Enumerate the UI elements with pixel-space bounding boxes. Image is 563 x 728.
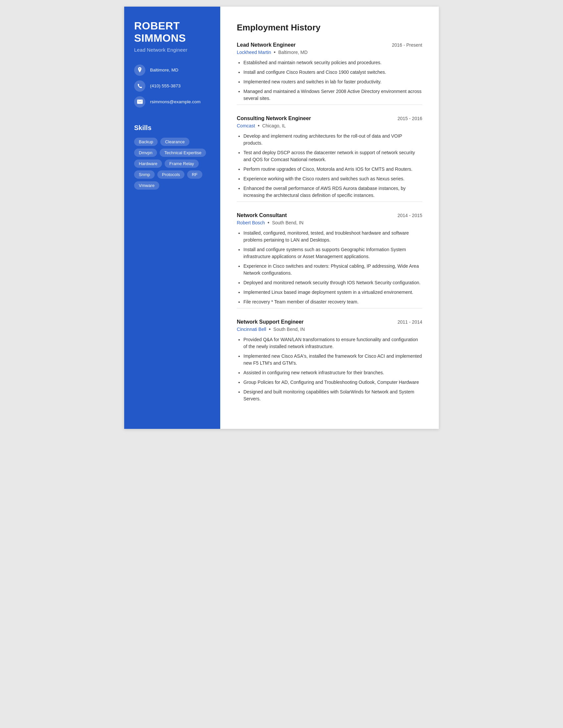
location-text: Baltimore, MD bbox=[150, 68, 178, 72]
job-header: Lead Network Engineer2016 - Present bbox=[237, 42, 422, 48]
job-location: South Bend, IN bbox=[273, 327, 305, 332]
job-bullets-list: Provided Q&A for WAN/LAN transformations… bbox=[237, 336, 422, 402]
email-icon bbox=[134, 96, 145, 108]
job-dates: 2014 - 2015 bbox=[398, 213, 422, 218]
employment-section-title: Employment History bbox=[237, 23, 422, 33]
contact-email: rsimmons@example.com bbox=[134, 96, 210, 108]
job-bullet-item: Perform routine upgrades of Cisco, Motor… bbox=[243, 166, 422, 173]
job-header: Network Support Engineer2011 - 2014 bbox=[237, 319, 422, 325]
phone-text: (410) 555-3873 bbox=[150, 83, 180, 88]
job-header: Consulting Network Engineer2015 - 2016 bbox=[237, 115, 422, 121]
job-bullet-item: Experience in Cisco switches and routers… bbox=[243, 263, 422, 277]
job-title: Lead Network Engineer bbox=[237, 42, 296, 48]
resume-container: ROBERT SIMMONS Lead Network Engineer Bal… bbox=[124, 7, 439, 429]
job-meta: Cincinnati Bell•South Bend, IN bbox=[237, 326, 422, 332]
job-bullets-list: Installed, configured, monitored, tested… bbox=[237, 230, 422, 305]
job-meta: Robert Bosch•South Bend, IN bbox=[237, 220, 422, 226]
candidate-title: Lead Network Engineer bbox=[134, 47, 210, 53]
phone-icon bbox=[134, 80, 145, 92]
job-bullet-item: File recovery * Team member of disaster … bbox=[243, 298, 422, 305]
job-bullet-item: Assisted in configuring new network infr… bbox=[243, 369, 422, 376]
skills-tags: BackupClearanceDmvpnTechnical ExpertiseH… bbox=[134, 138, 210, 190]
job-entry: Lead Network Engineer2016 - PresentLockh… bbox=[237, 42, 422, 105]
job-bullet-item: Implemented Linux based image deployment… bbox=[243, 289, 422, 296]
job-dates: 2016 - Present bbox=[392, 42, 422, 48]
skill-tag: Snmp bbox=[134, 170, 155, 179]
job-bullet-item: Installed, configured, monitored, tested… bbox=[243, 230, 422, 244]
job-title: Consulting Network Engineer bbox=[237, 115, 311, 121]
job-bullet-item: Develop and implement routing architectu… bbox=[243, 133, 422, 147]
sidebar: ROBERT SIMMONS Lead Network Engineer Bal… bbox=[124, 7, 220, 429]
job-meta: Lockheed Martin•Baltimore, MD bbox=[237, 49, 422, 55]
job-bullet-item: Install and configure systems such as su… bbox=[243, 246, 422, 260]
skills-title: Skills bbox=[134, 124, 210, 132]
job-divider bbox=[237, 202, 422, 202]
skill-tag: Backup bbox=[134, 138, 158, 146]
job-divider bbox=[237, 308, 422, 308]
contact-list: Baltimore, MD (410) 555-3873 rsimmons@ex… bbox=[134, 65, 210, 108]
job-bullets-list: Established and maintain network securit… bbox=[237, 59, 422, 102]
job-bullet-item: Implemented new routers and switches in … bbox=[243, 78, 422, 85]
job-company: Robert Bosch bbox=[237, 220, 265, 225]
skills-section: Skills BackupClearanceDmvpnTechnical Exp… bbox=[134, 124, 210, 190]
job-bullet-item: Install and configure Cisco Routers and … bbox=[243, 69, 422, 76]
job-entry: Network Consultant2014 - 2015Robert Bosc… bbox=[237, 212, 422, 308]
job-bullet-item: Established and maintain network securit… bbox=[243, 59, 422, 66]
job-meta: Comcast•Chicago, IL bbox=[237, 123, 422, 129]
contact-phone: (410) 555-3873 bbox=[134, 80, 210, 92]
job-bullet-item: Group Policies for AD, Configuring and T… bbox=[243, 379, 422, 386]
job-title: Network Consultant bbox=[237, 212, 287, 218]
job-bullet-item: Managed and maintained a Windows Server … bbox=[243, 88, 422, 102]
job-company: Comcast bbox=[237, 123, 255, 128]
job-bullet-item: Enhanced the overall performance of AWS … bbox=[243, 185, 422, 199]
job-bullet-item: Implemented new Cisco ASA's, installed t… bbox=[243, 353, 422, 367]
location-icon bbox=[134, 65, 145, 76]
skill-tag: Protocols bbox=[157, 170, 184, 179]
job-separator: • bbox=[274, 49, 276, 55]
job-location: Baltimore, MD bbox=[278, 50, 308, 55]
job-header: Network Consultant2014 - 2015 bbox=[237, 212, 422, 218]
job-location: Chicago, IL bbox=[262, 123, 286, 128]
job-separator: • bbox=[267, 220, 269, 226]
job-divider bbox=[237, 105, 422, 105]
skill-tag: Vmware bbox=[134, 181, 159, 190]
candidate-name: ROBERT SIMMONS bbox=[134, 20, 210, 44]
job-company: Lockheed Martin bbox=[237, 50, 271, 55]
job-dates: 2015 - 2016 bbox=[398, 116, 422, 121]
job-bullet-item: Designed and built monitoring capabiliti… bbox=[243, 388, 422, 402]
job-entry: Network Support Engineer2011 - 2014Cinci… bbox=[237, 319, 422, 402]
job-bullet-item: Deployed and monitored network security … bbox=[243, 279, 422, 286]
job-separator: • bbox=[269, 326, 271, 332]
job-entry: Consulting Network Engineer2015 - 2016Co… bbox=[237, 115, 422, 202]
job-dates: 2011 - 2014 bbox=[398, 319, 422, 325]
job-bullets-list: Develop and implement routing architectu… bbox=[237, 133, 422, 199]
contact-location: Baltimore, MD bbox=[134, 65, 210, 76]
skill-tag: Clearance bbox=[160, 138, 189, 146]
jobs-list: Lead Network Engineer2016 - PresentLockh… bbox=[237, 42, 422, 402]
skill-tag: Technical Expertise bbox=[160, 149, 206, 157]
skill-tag: Dmvpn bbox=[134, 149, 157, 157]
email-text: rsimmons@example.com bbox=[150, 99, 201, 104]
job-separator: • bbox=[258, 123, 259, 129]
skill-tag: RF bbox=[187, 170, 202, 179]
skill-tag: Hardware bbox=[134, 159, 162, 168]
job-title: Network Support Engineer bbox=[237, 319, 304, 325]
job-company: Cincinnati Bell bbox=[237, 327, 266, 332]
main-content: Employment History Lead Network Engineer… bbox=[220, 7, 439, 429]
job-bullet-item: Experience working with the Cisco router… bbox=[243, 175, 422, 182]
job-bullet-item: Provided Q&A for WAN/LAN transformations… bbox=[243, 336, 422, 350]
job-bullet-item: Test and deploy DSCP across the datacent… bbox=[243, 149, 422, 163]
skill-tag: Frame Relay bbox=[164, 159, 198, 168]
job-location: South Bend, IN bbox=[272, 220, 304, 225]
